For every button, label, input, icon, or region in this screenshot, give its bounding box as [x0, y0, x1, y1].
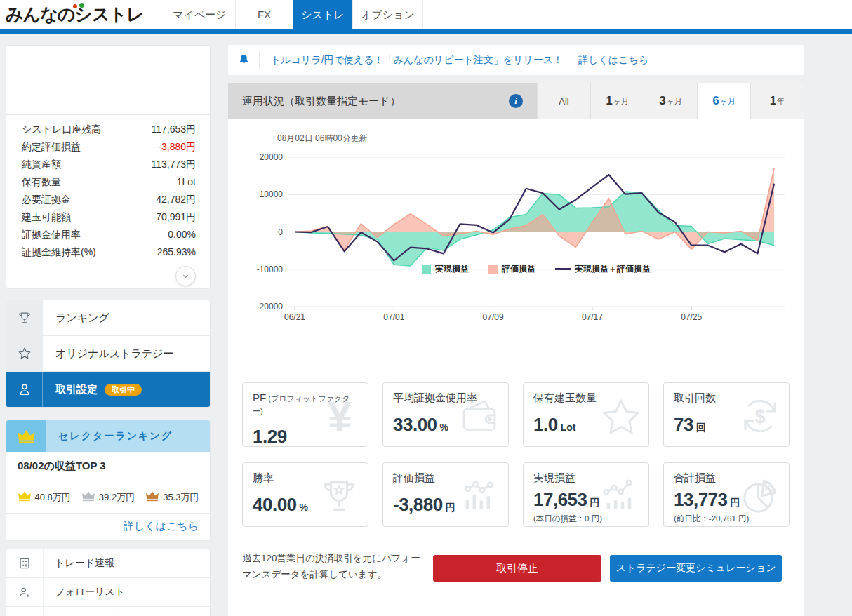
- person-icon: [6, 372, 43, 407]
- period-tab-number: 3: [659, 94, 665, 108]
- selector-ranking-header[interactable]: セレクターランキング: [6, 420, 210, 452]
- operation-status-panel: 運用状況（取引数量指定モード） i All1ヶ月3ヶ月6ヶ月1年 08月02日 …: [228, 83, 804, 616]
- sidebar-item-オリジナルストラテジー[interactable]: オリジナルストラテジー: [6, 336, 210, 372]
- account-row-value: -3,880円: [158, 138, 196, 156]
- account-row: 必要証拠金42,782円: [22, 191, 196, 208]
- stat-value-row: 33.00%: [393, 414, 498, 436]
- stat-value-row: -3,880円: [393, 494, 498, 516]
- sidebar-menu-primary: ランキングオリジナルストラテジー取引設定取引中: [6, 300, 211, 408]
- calculator-icon: [6, 549, 44, 577]
- legend-item-評価損益: 評価損益: [488, 263, 535, 275]
- stat-value-row: 1.0Lot: [533, 414, 639, 436]
- stat-value: -3,880: [393, 494, 443, 515]
- header-accent-bar: [0, 29, 852, 34]
- account-toggle-button[interactable]: [175, 266, 196, 286]
- silver-crown-icon: [81, 490, 95, 504]
- strategy-simulation-button[interactable]: ストラテジー変更シミュレーション: [610, 555, 782, 582]
- sidebar-item-フォローリスト[interactable]: フォローリスト: [6, 578, 210, 607]
- stat-card-実現損益: 実現損益17,653円(本日の損益：0 円): [523, 462, 649, 527]
- period-tab-All[interactable]: All: [537, 83, 590, 119]
- period-tab-6ヶ月[interactable]: 6ヶ月: [697, 83, 750, 119]
- account-summary-card: シストレ口座残高117,653円約定評価損益-3,880円純資産額113,773…: [6, 45, 211, 289]
- period-tab-suffix: ヶ月: [720, 96, 735, 107]
- account-banner: [6, 46, 210, 115]
- legend-area-swatch: [488, 265, 498, 274]
- stat-value-row: 13,773円: [674, 489, 779, 511]
- account-row-value: 70,991円: [156, 208, 196, 226]
- stat-note: (前日比：-20,761 円): [674, 514, 779, 524]
- account-row-value: 117,653円: [151, 121, 196, 138]
- sidebar-item-取引設定[interactable]: 取引設定取引中: [6, 372, 210, 407]
- account-row: 保有数量1Lot: [22, 173, 196, 191]
- period-tab-suffix: ヶ月: [667, 96, 682, 107]
- legend-item-実現損益: 実現損益: [422, 263, 469, 275]
- notice-text: トルコリラ/円で使える！「みんなのリピート注文」をリリース！: [271, 54, 563, 67]
- info-icon[interactable]: i: [509, 94, 523, 108]
- book-icon: [6, 607, 44, 616]
- x-axis-tick-label: 06/21: [284, 312, 305, 322]
- account-row: 証拠金使用率0.00%: [22, 226, 196, 243]
- gold-crown-icon: [18, 490, 32, 504]
- period-tab-suffix: 年: [777, 96, 785, 107]
- nav-tab-1[interactable]: マイページ: [164, 0, 235, 29]
- stat-unit: %: [300, 502, 308, 513]
- rank-value: 39.2万円: [99, 491, 135, 504]
- sidebar-item-label: トレード速報: [44, 557, 114, 570]
- sidebar-item-label: ランキング: [43, 312, 109, 325]
- notice-divider: [259, 51, 260, 69]
- trading-status-badge: 取引中: [105, 384, 142, 396]
- stat-value-row: 1.29: [253, 426, 358, 447]
- stat-unit: 円: [590, 497, 600, 508]
- logo-dot-green-icon: [79, 3, 84, 8]
- bell-icon: [228, 53, 259, 67]
- stats-grid: PF (プロフィットファクター)1.29¥平均証拠金使用率33.00%保有建玉数…: [242, 382, 790, 527]
- period-tab-1年[interactable]: 1年: [750, 83, 804, 119]
- stat-unit: 回: [696, 422, 706, 433]
- sidebar-item-label: フォローリスト: [44, 586, 125, 598]
- stat-value: 40.00: [253, 494, 297, 515]
- period-tab-1ヶ月[interactable]: 1ヶ月: [590, 83, 644, 119]
- x-axis-tick-label: 07/01: [383, 312, 404, 322]
- sidebar-item-トレード速報[interactable]: トレード速報: [6, 549, 210, 578]
- nav-tab-3[interactable]: シストレ: [293, 0, 352, 29]
- period-tabs: All1ヶ月3ヶ月6ヶ月1年: [537, 83, 804, 119]
- panel-title: 運用状況（取引数量指定モード）: [242, 95, 509, 108]
- stat-card-勝率: 勝率40.00%: [242, 462, 368, 527]
- legend-label: 実現損益＋評価損益: [575, 263, 651, 275]
- account-row-label: 証拠金使用率: [22, 226, 81, 243]
- stat-card-保有建玉数量: 保有建玉数量1.0Lot: [523, 382, 649, 447]
- rank-value: 40.8万円: [35, 491, 71, 504]
- stat-value: 73: [674, 414, 693, 435]
- pnl-chart: 20000100000-10000-2000006/2107/0107/0907…: [228, 150, 804, 340]
- sidebar-item-ポジション照会[interactable]: ポジション照会: [6, 607, 210, 616]
- stat-card-取引回数: 取引回数73回$: [663, 382, 790, 447]
- app-header: みんなのシストレ マイページFXシストレオプション: [0, 0, 852, 29]
- stat-value: 33.00: [393, 414, 437, 435]
- panel-footer-divider: [242, 544, 790, 544]
- nav-tab-4[interactable]: オプション: [352, 0, 423, 29]
- account-row-value: 1Lot: [177, 173, 196, 191]
- stop-trading-button[interactable]: 取引停止: [433, 555, 601, 582]
- period-tab-suffix: ヶ月: [613, 96, 629, 107]
- account-row: 約定評価損益-3,880円: [22, 138, 196, 156]
- account-row: シストレ口座残高117,653円: [22, 121, 196, 138]
- y-axis-tick-label: -20000: [232, 302, 283, 312]
- app-logo[interactable]: みんなのシストレ: [6, 3, 144, 26]
- x-axis-tick-label: 07/09: [483, 312, 504, 322]
- stat-unit: %: [440, 422, 448, 433]
- stat-value: 13,773: [674, 489, 728, 510]
- stat-value: 1.29: [253, 426, 287, 447]
- notice-link[interactable]: 詳しくはこちら: [578, 54, 648, 67]
- period-tab-3ヶ月[interactable]: 3ヶ月: [644, 83, 697, 119]
- panel-header: 運用状況（取引数量指定モード） i All1ヶ月3ヶ月6ヶ月1年: [228, 83, 804, 119]
- stat-value-row: 73回: [674, 414, 779, 436]
- nav-tab-2[interactable]: FX: [235, 0, 293, 29]
- account-row-label: 純資産額: [22, 156, 61, 173]
- y-axis-tick-label: 20000: [232, 152, 283, 162]
- selector-ranking-link[interactable]: 詳しくはこちら: [6, 514, 210, 540]
- account-row: 証拠金維持率(%)265.93%: [22, 243, 196, 261]
- stat-unit: 円: [731, 497, 740, 508]
- sidebar-menu-secondary: トレード速報フォローリストポジション照会: [6, 549, 211, 616]
- sidebar-item-ランキング[interactable]: ランキング: [6, 300, 210, 336]
- account-row-value: 265.93%: [157, 243, 196, 261]
